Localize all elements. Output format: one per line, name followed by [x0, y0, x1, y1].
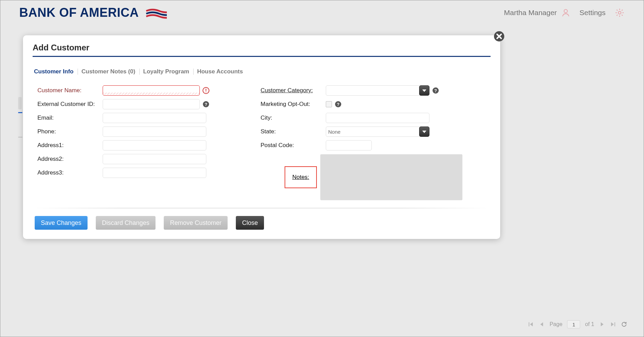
tab-loyalty[interactable]: Loyalty Program: [143, 67, 189, 76]
label-customer-category[interactable]: Customer Category:: [261, 87, 326, 94]
remove-customer-button[interactable]: Remove Customer: [164, 216, 228, 230]
svg-marker-14: [540, 322, 543, 326]
tab-separator: [193, 69, 194, 75]
page-of-label: of 1: [585, 321, 594, 327]
phone-input[interactable]: [103, 127, 206, 137]
svg-text:?: ?: [337, 102, 340, 107]
save-button[interactable]: Save Changes: [35, 216, 88, 230]
help-icon[interactable]: ?: [335, 101, 342, 108]
svg-text:?: ?: [205, 102, 207, 107]
prev-page-icon[interactable]: [539, 322, 545, 327]
svg-point-0: [564, 9, 567, 13]
customer-category-value[interactable]: [326, 85, 421, 96]
label-customer-name: Customer Name:: [37, 87, 103, 94]
refresh-icon[interactable]: [621, 321, 627, 328]
city-input[interactable]: [326, 113, 429, 123]
brand-flag-icon: [146, 6, 168, 19]
background-peek: [18, 112, 22, 113]
top-header: BANK OF AMERICA Martha Manager: [0, 0, 644, 25]
svg-text:?: ?: [434, 88, 437, 93]
add-customer-modal: Add Customer Customer Info Customer Note…: [23, 35, 500, 239]
modal-title: Add Customer: [33, 43, 491, 56]
brand-text: BANK OF AMERICA: [19, 5, 139, 20]
svg-marker-16: [611, 322, 614, 326]
title-rule: [33, 56, 491, 57]
user-icon: [561, 8, 571, 17]
label-external-id: External Customer ID:: [37, 101, 103, 108]
page-label: Page: [550, 321, 562, 327]
chevron-down-icon[interactable]: [419, 85, 429, 96]
help-icon[interactable]: ?: [432, 87, 439, 94]
opt-out-checkbox[interactable]: [326, 101, 332, 107]
discard-button[interactable]: Discard Changes: [96, 216, 156, 230]
current-user-name: Martha Manager: [504, 9, 557, 17]
svg-rect-12: [529, 322, 529, 326]
label-opt-out: Marketing Opt-Out:: [261, 101, 326, 108]
tab-separator: [139, 69, 140, 75]
help-icon[interactable]: ?: [203, 101, 209, 108]
label-phone: Phone:: [37, 128, 103, 135]
first-page-icon[interactable]: [528, 322, 534, 327]
next-page-icon[interactable]: [599, 322, 605, 327]
tab-separator: [78, 69, 78, 75]
state-value[interactable]: [326, 127, 421, 137]
close-icon[interactable]: [493, 31, 505, 42]
address1-input[interactable]: [103, 140, 206, 151]
modal-tabs: Customer Info Customer Notes (0) Loyalty…: [34, 67, 491, 76]
form: Customer Name: External Customer ID: ?: [33, 84, 491, 200]
background-peek: [18, 137, 22, 137]
top-right: Martha Manager Settings: [504, 8, 625, 18]
notes-textarea[interactable]: [320, 154, 462, 200]
chevron-down-icon[interactable]: [419, 127, 429, 137]
address2-input[interactable]: [103, 154, 206, 164]
section-divider: [33, 208, 491, 208]
svg-rect-17: [614, 322, 615, 326]
address3-input[interactable]: [103, 168, 206, 178]
label-email: Email:: [37, 115, 103, 121]
label-city: City:: [261, 115, 326, 121]
tab-customer-notes[interactable]: Customer Notes (0): [81, 67, 135, 76]
svg-point-1: [618, 11, 621, 14]
error-icon: [203, 87, 209, 94]
label-address1: Address1:: [37, 142, 103, 149]
background-peek: [18, 97, 22, 109]
brand: BANK OF AMERICA: [19, 5, 168, 20]
label-notes: Notes:: [285, 166, 317, 188]
tab-house-accounts[interactable]: House Accounts: [197, 67, 243, 76]
page-number-input[interactable]: [567, 320, 580, 328]
email-input[interactable]: [103, 113, 206, 123]
postal-input[interactable]: [326, 140, 372, 151]
label-state: State:: [261, 128, 326, 135]
settings-link[interactable]: Settings: [579, 9, 606, 17]
svg-rect-4: [206, 89, 206, 91]
label-postal: Postal Code:: [261, 142, 326, 149]
svg-rect-5: [206, 92, 206, 92]
customer-category-dropdown[interactable]: [326, 85, 429, 96]
external-id-input[interactable]: [103, 99, 200, 109]
last-page-icon[interactable]: [610, 322, 616, 327]
close-button[interactable]: Close: [236, 216, 264, 230]
tab-customer-info[interactable]: Customer Info: [34, 67, 73, 76]
modal-buttons: Save Changes Discard Changes Remove Cust…: [33, 216, 491, 230]
label-address2: Address2:: [37, 156, 103, 163]
label-address3: Address3:: [37, 169, 103, 176]
svg-marker-15: [601, 322, 603, 326]
svg-marker-13: [530, 322, 533, 326]
customer-name-input[interactable]: [103, 85, 200, 96]
state-dropdown[interactable]: [326, 127, 429, 137]
label-notes-text: Notes:: [292, 174, 309, 181]
settings-label: Settings: [579, 9, 606, 17]
current-user[interactable]: Martha Manager: [504, 8, 571, 17]
gear-icon[interactable]: [614, 8, 625, 18]
pagination: Page of 1: [528, 320, 627, 328]
